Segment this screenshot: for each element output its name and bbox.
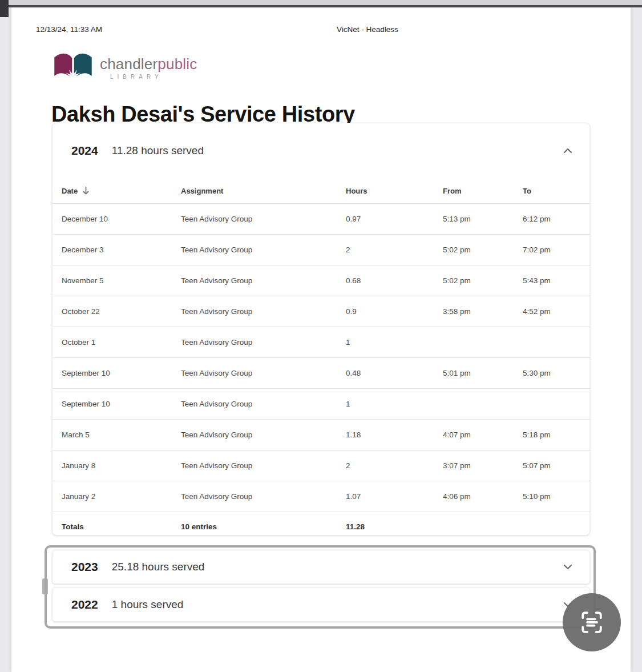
logo-name-chandler: chandler [100,55,158,73]
table-row: October 22Teen Advisory Group0.93:58 pm4… [53,296,591,327]
sort-descending-icon[interactable] [82,186,90,195]
table-cell: September 10 [53,389,181,420]
table-cell: 7:02 pm [523,235,591,265]
logo-subtitle: LIBRARY [110,74,197,80]
column-header-assignment[interactable]: Assignment [181,178,346,204]
table-cell: September 10 [53,358,181,389]
table-cell: Teen Advisory Group [181,450,346,481]
table-cell: 1.07 [346,481,443,512]
table-cell: Teen Advisory Group [181,327,346,358]
table-cell: 5:07 pm [523,450,591,481]
year-card-2024: 2024 11.28 hours served Date [52,123,590,536]
column-header-from[interactable]: From [443,178,523,204]
table-cell: March 5 [53,420,181,450]
table-row: January 8Teen Advisory Group23:07 pm5:07… [53,450,591,481]
table-cell: 2 [346,235,443,265]
table-row: December 10Teen Advisory Group0.975:13 p… [53,204,591,235]
table-cell: 5:30 pm [523,358,591,389]
totals-row: Totals 10 entries 11.28 [53,512,591,542]
totals-label: Totals [53,512,181,542]
library-logo: chandlerpublic LIBRARY [52,51,197,87]
table-cell: Teen Advisory Group [181,420,346,450]
table-row: December 3Teen Advisory Group25:02 pm7:0… [53,235,591,265]
photo-frame-corner [0,0,9,17]
year-summary: 11.28 hours served [112,144,204,157]
column-header-date[interactable]: Date [53,178,181,204]
column-header-hours[interactable]: Hours [346,178,443,204]
logo-name-public: public [158,55,197,73]
table-cell: 3:58 pm [443,296,523,327]
table-header-row: Date Assignment Hours From To [53,178,591,204]
chevron-up-icon[interactable] [563,148,572,154]
table-cell: October 22 [53,296,181,327]
scan-text-icon [576,607,607,638]
table-cell [443,389,523,420]
year-label: 2024 [71,144,98,158]
table-row: January 2Teen Advisory Group1.074:06 pm5… [53,481,591,512]
year-card-2022: 2022 1 hours served [52,587,590,622]
table-cell: 4:06 pm [443,481,523,512]
table-cell: 1 [346,389,443,420]
table-cell: 5:01 pm [443,358,523,389]
table-cell: 1 [346,327,443,358]
year-label: 2023 [71,560,98,574]
table-cell: Teen Advisory Group [181,481,346,512]
table-cell: 4:07 pm [443,420,523,450]
table-row: October 1Teen Advisory Group1 [53,327,591,358]
table-row: November 5Teen Advisory Group0.685:02 pm… [53,265,591,296]
table-row: March 5Teen Advisory Group1.184:07 pm5:1… [53,420,591,450]
table-cell: 2 [346,450,443,481]
table-cell: Teen Advisory Group [181,265,346,296]
year-summary: 25.18 hours served [112,561,205,573]
table-cell: Teen Advisory Group [181,389,346,420]
year-header-2022[interactable]: 2022 1 hours served [53,588,589,621]
table-cell: 0.9 [346,296,443,327]
year-label: 2022 [71,598,98,611]
table-cell: 5:18 pm [523,420,591,450]
table-cell: December 3 [53,235,181,265]
table-cell: November 5 [53,265,181,296]
photo-frame-top-band [0,0,642,5]
table-cell: 5:13 pm [443,204,523,235]
table-cell: 0.48 [346,358,443,389]
totals-entries: 10 entries [181,512,346,542]
table-cell: Teen Advisory Group [181,358,346,389]
print-timestamp: 12/13/24, 11:33 AM [36,25,102,34]
table-cell: 6:12 pm [523,204,591,235]
table-cell: December 10 [53,204,181,235]
year-summary: 1 hours served [112,598,184,611]
column-header-to[interactable]: To [523,178,591,204]
table-row: September 10Teen Advisory Group0.485:01 … [53,358,591,389]
totals-hours: 11.28 [346,512,443,542]
service-history-table: Date Assignment Hours From To December 1… [53,178,591,541]
table-cell [443,327,523,358]
table-cell: January 8 [53,450,181,481]
table-cell: Teen Advisory Group [181,204,346,235]
table-cell: 5:10 pm [523,481,591,512]
year-card-2023: 2023 25.18 hours served [52,550,590,584]
table-cell: Teen Advisory Group [181,235,346,265]
table-row: September 10Teen Advisory Group1 [53,389,591,420]
table-cell [523,389,591,420]
table-cell: 1.18 [346,420,443,450]
table-cell: 3:07 pm [443,450,523,481]
table-cell: 5:02 pm [443,235,523,265]
service-table-body: December 10Teen Advisory Group0.975:13 p… [53,204,591,512]
table-cell [523,327,591,358]
print-document-title: VicNet - Headless [337,25,398,34]
table-cell: January 2 [53,481,181,512]
year-header-2024[interactable]: 2024 11.28 hours served [53,123,589,178]
library-logo-text: chandlerpublic LIBRARY [100,57,197,80]
year-header-2023[interactable]: 2023 25.18 hours served [53,550,589,584]
scan-text-button[interactable] [563,593,621,651]
table-cell: Teen Advisory Group [181,296,346,327]
table-cell: October 1 [53,327,181,358]
table-cell: 0.97 [346,204,443,235]
chevron-down-icon[interactable] [563,564,572,570]
table-cell: 5:02 pm [443,265,523,296]
open-book-logo-icon [52,51,94,87]
table-cell: 0.68 [346,265,443,296]
printed-page: 12/13/24, 11:33 AM VicNet - Headless cha… [11,7,631,672]
table-cell: 5:43 pm [523,265,591,296]
table-cell: 4:52 pm [523,296,591,327]
